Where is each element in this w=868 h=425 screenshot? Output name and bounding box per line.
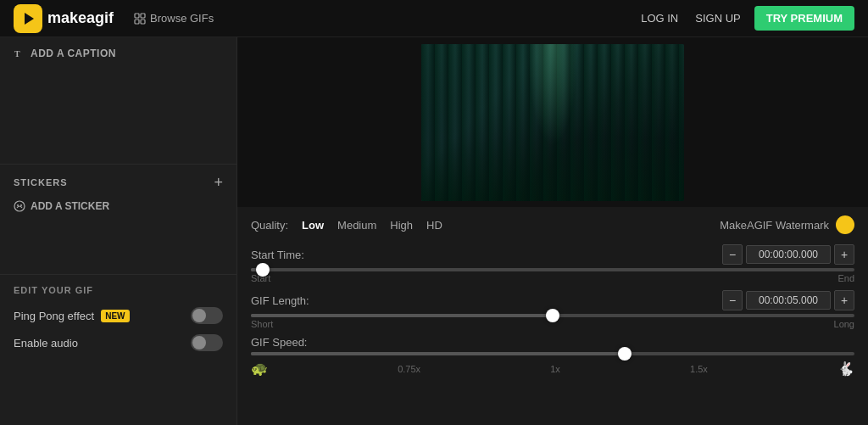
quality-medium-button[interactable]: Medium bbox=[337, 219, 376, 232]
gif-length-header: GIF Length: − 00:00:05.000 + bbox=[251, 290, 854, 310]
logo-icon[interactable] bbox=[14, 4, 42, 33]
speed-075x: 0.75x bbox=[398, 364, 420, 374]
svg-marker-0 bbox=[25, 13, 34, 25]
gif-length-plus[interactable]: + bbox=[834, 290, 854, 310]
quality-label: Quality: bbox=[251, 219, 288, 232]
start-time-label: Start Time: bbox=[251, 249, 304, 261]
gif-length-slider-thumb[interactable] bbox=[546, 309, 559, 322]
svg-point-8 bbox=[20, 204, 22, 206]
quality-high-button[interactable]: High bbox=[390, 219, 413, 232]
svg-rect-2 bbox=[141, 14, 145, 18]
speed-15x: 1.5x bbox=[690, 364, 708, 374]
top-nav: makeagif Browse GIFs LOG IN SIGN UP TRY … bbox=[0, 0, 868, 37]
enable-audio-row: Enable audio bbox=[14, 334, 223, 351]
logo-text: makeagif bbox=[47, 9, 114, 27]
stickers-title: STICKERS bbox=[14, 177, 68, 187]
light-beam bbox=[527, 44, 578, 146]
gif-speed-block: GIF Speed: 🐢 0.75x 1x 1.5x 🐇 bbox=[251, 336, 854, 377]
login-button[interactable]: LOG IN bbox=[641, 12, 678, 25]
add-sticker-plus-button[interactable]: + bbox=[214, 175, 223, 190]
gif-speed-slider-fill bbox=[251, 352, 625, 355]
edit-title: EDIT YOUR GIF bbox=[14, 285, 223, 295]
fast-speed-icon: 🐇 bbox=[837, 361, 854, 377]
stickers-section: STICKERS + ADD A STICKER bbox=[0, 165, 236, 275]
main-layout: T ADD A CAPTION STICKERS + ADD A STICKER bbox=[0, 37, 868, 425]
gif-speed-header: GIF Speed: bbox=[251, 336, 854, 349]
svg-rect-1 bbox=[135, 14, 139, 18]
start-time-plus[interactable]: + bbox=[834, 244, 854, 265]
caption-section: T ADD A CAPTION bbox=[0, 37, 236, 165]
watermark-row: MakeAGIF Watermark bbox=[720, 215, 854, 234]
gif-length-control: − 00:00:05.000 + bbox=[722, 290, 854, 310]
start-time-slider-track[interactable] bbox=[251, 268, 854, 271]
left-panel: T ADD A CAPTION STICKERS + ADD A STICKER bbox=[0, 37, 237, 425]
svg-rect-3 bbox=[135, 20, 139, 24]
preview-area bbox=[237, 37, 868, 207]
start-time-labels: Start End bbox=[251, 273, 854, 283]
svg-point-7 bbox=[17, 204, 19, 206]
center-panel: Quality: Low Medium High HD MakeAGIF Wat… bbox=[237, 37, 868, 425]
quality-row: Quality: Low Medium High HD MakeAGIF Wat… bbox=[251, 215, 854, 234]
quality-hd-button[interactable]: HD bbox=[426, 219, 442, 232]
gif-length-block: GIF Length: − 00:00:05.000 + Short Long bbox=[251, 290, 854, 329]
gif-length-slider-track[interactable] bbox=[251, 314, 854, 317]
start-time-slider-thumb[interactable] bbox=[256, 263, 270, 277]
gif-preview bbox=[421, 44, 684, 201]
add-sticker-button[interactable]: ADD A STICKER bbox=[14, 200, 109, 212]
premium-button[interactable]: TRY PREMIUM bbox=[754, 6, 854, 31]
quality-low-button[interactable]: Low bbox=[302, 219, 324, 232]
add-caption-button[interactable]: T ADD A CAPTION bbox=[14, 48, 223, 59]
gif-length-slider-fill bbox=[251, 314, 553, 317]
text-icon: T bbox=[14, 48, 25, 59]
gif-speed-label: GIF Speed: bbox=[251, 336, 307, 349]
start-label-right: End bbox=[837, 273, 854, 283]
browse-gifs-label: Browse GIFs bbox=[150, 12, 214, 25]
browse-gifs-link[interactable]: Browse GIFs bbox=[134, 12, 214, 25]
enable-audio-toggle[interactable] bbox=[191, 334, 223, 351]
speed-icons-row: 🐢 0.75x 1x 1.5x 🐇 bbox=[251, 361, 854, 377]
gif-length-display: 00:00:05.000 bbox=[746, 291, 831, 310]
speed-1x: 1x bbox=[550, 364, 560, 374]
watermark-label: MakeAGIF Watermark bbox=[720, 219, 829, 232]
gif-speed-slider-thumb[interactable] bbox=[618, 347, 632, 361]
watermark-toggle[interactable] bbox=[836, 215, 854, 234]
new-badge: NEW bbox=[101, 310, 129, 322]
start-time-minus[interactable]: − bbox=[722, 244, 743, 265]
start-time-header: Start Time: − 00:00:00.000 + bbox=[251, 244, 854, 265]
gif-length-minus[interactable]: − bbox=[722, 290, 743, 310]
sticker-icon bbox=[14, 200, 25, 212]
controls-area: Quality: Low Medium High HD MakeAGIF Wat… bbox=[237, 207, 868, 425]
start-time-block: Start Time: − 00:00:00.000 + Start End bbox=[251, 244, 854, 283]
gif-length-label-left: Short bbox=[251, 319, 273, 329]
slow-speed-icon: 🐢 bbox=[251, 361, 268, 377]
enable-audio-label: Enable audio bbox=[14, 337, 78, 350]
ping-pong-label: Ping Pong effect NEW bbox=[14, 310, 130, 322]
edit-section: EDIT YOUR GIF Ping Pong effect NEW Enabl… bbox=[0, 275, 236, 425]
start-time-display: 00:00:00.000 bbox=[746, 245, 831, 264]
gif-length-label-right: Long bbox=[834, 319, 854, 329]
stickers-header: STICKERS + bbox=[14, 175, 223, 190]
start-time-control: − 00:00:00.000 + bbox=[722, 244, 854, 265]
gif-length-label: GIF Length: bbox=[251, 294, 309, 307]
ping-pong-toggle[interactable] bbox=[191, 307, 223, 324]
svg-text:T: T bbox=[14, 49, 20, 59]
svg-rect-4 bbox=[141, 20, 145, 24]
gif-speed-slider-track[interactable] bbox=[251, 352, 854, 355]
add-caption-label: ADD A CAPTION bbox=[31, 48, 116, 59]
add-sticker-label: ADD A STICKER bbox=[31, 200, 109, 212]
browse-icon bbox=[134, 13, 146, 25]
ping-pong-row: Ping Pong effect NEW bbox=[14, 307, 223, 324]
signup-button[interactable]: SIGN UP bbox=[695, 12, 740, 25]
